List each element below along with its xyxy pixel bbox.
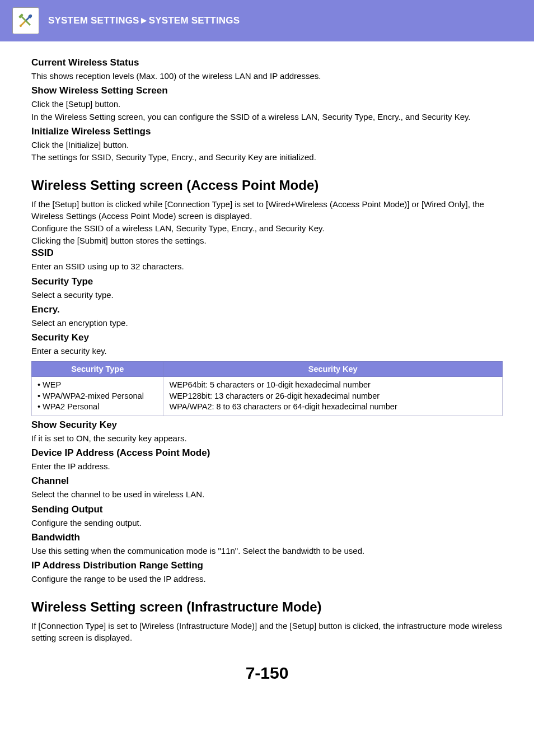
table-cell-keys: WEP64bit: 5 characters or 10-digit hexad…: [163, 377, 503, 416]
section-show-wireless-setting-screen: Show Wireless Setting Screen Click the […: [31, 85, 503, 123]
body-text: Clicking the [Submit] button stores the …: [31, 235, 503, 246]
table-row: • WEP • WPA/WPA2-mixed Personal • WPA2 P…: [32, 377, 503, 416]
table-cell-line: • WPA2 Personal: [38, 402, 157, 413]
body-text: Use this setting when the communication …: [31, 545, 503, 557]
table-cell-line: • WPA/WPA2-mixed Personal: [38, 391, 157, 402]
section-device-ip-address: Device IP Address (Access Point Mode) En…: [31, 447, 503, 472]
table-header-row: Security Type Security Key: [32, 362, 503, 377]
table-cell-line: WPA/WPA2: 8 to 63 characters or 64-digit…: [169, 402, 496, 413]
heading-bandwidth: Bandwidth: [31, 532, 503, 543]
section-ip-distribution: IP Address Distribution Range Setting Co…: [31, 560, 503, 585]
content-area: Current Wireless Status This shows recep…: [0, 41, 534, 707]
table-header-security-type: Security Type: [32, 362, 163, 377]
table-cell-line: WEP128bit: 13 characters or 26-digit hex…: [169, 391, 496, 402]
table-cell-line: • WEP: [38, 380, 157, 391]
body-text: Enter an SSID using up to 32 characters.: [31, 261, 503, 272]
section-bandwidth: Bandwidth Use this setting when the comm…: [31, 532, 503, 557]
heading-initialize-wireless-settings: Initialize Wireless Settings: [31, 126, 503, 137]
table-cell-line: WEP64bit: 5 characters or 10-digit hexad…: [169, 380, 496, 391]
section-current-wireless-status: Current Wireless Status This shows recep…: [31, 57, 503, 82]
body-text: This shows reception levels (Max. 100) o…: [31, 71, 503, 82]
heading-security-key: Security Key: [31, 332, 503, 343]
body-text: Select an encryption type.: [31, 318, 503, 329]
body-text: Configure the range to be used the IP ad…: [31, 573, 503, 585]
tools-icon: [12, 7, 39, 34]
section-initialize-wireless-settings: Initialize Wireless Settings Click the […: [31, 126, 503, 164]
heading-device-ip-address: Device IP Address (Access Point Mode): [31, 447, 503, 459]
heading-wireless-setting-infra-mode: Wireless Setting screen (Infrastructure …: [31, 599, 503, 615]
body-text: Click the [Initialize] button.: [31, 139, 503, 151]
body-text: Click the [Setup] button.: [31, 99, 503, 110]
section-encry: Encry. Select an encryption type.: [31, 304, 503, 329]
heading-current-wireless-status: Current Wireless Status: [31, 57, 503, 68]
header-bar: SYSTEM SETTINGS►SYSTEM SETTINGS: [0, 0, 534, 41]
section-show-security-key: Show Security Key If it is set to ON, th…: [31, 419, 503, 444]
body-text: The settings for SSID, Security Type, En…: [31, 152, 503, 163]
body-text: Select the channel to be used in wireles…: [31, 489, 503, 500]
section-ssid: SSID Enter an SSID using up to 32 charac…: [31, 248, 503, 272]
section-sending-output: Sending Output Configure the sending out…: [31, 504, 503, 529]
body-text: Configure the SSID of a wireless LAN, Se…: [31, 223, 503, 234]
table-cell-types: • WEP • WPA/WPA2-mixed Personal • WPA2 P…: [32, 377, 163, 416]
security-table: Security Type Security Key • WEP • WPA/W…: [31, 361, 503, 416]
body-text: In the Wireless Setting screen, you can …: [31, 111, 503, 123]
heading-ip-distribution: IP Address Distribution Range Setting: [31, 560, 503, 571]
page-number: 7-150: [31, 664, 503, 683]
body-text: If it is set to ON, the security key app…: [31, 433, 503, 444]
heading-encry: Encry.: [31, 304, 503, 315]
heading-show-security-key: Show Security Key: [31, 419, 503, 431]
body-text: Select a security type.: [31, 290, 503, 301]
heading-ssid: SSID: [31, 248, 503, 259]
section-security-type: Security Type Select a security type.: [31, 276, 503, 301]
heading-wireless-setting-ap-mode: Wireless Setting screen (Access Point Mo…: [31, 178, 503, 193]
breadcrumb: SYSTEM SETTINGS►SYSTEM SETTINGS: [48, 15, 240, 26]
table-header-security-key: Security Key: [163, 362, 503, 377]
body-text: If [Connection Type] is set to [Wireless…: [31, 620, 503, 643]
section-security-key: Security Key Enter a security key.: [31, 332, 503, 357]
heading-sending-output: Sending Output: [31, 504, 503, 515]
heading-show-wireless-setting-screen: Show Wireless Setting Screen: [31, 85, 503, 96]
body-text: Configure the sending output.: [31, 517, 503, 529]
body-text: Enter a security key.: [31, 346, 503, 357]
heading-security-type: Security Type: [31, 276, 503, 287]
heading-channel: Channel: [31, 475, 503, 487]
tools-icon-svg: [16, 11, 35, 30]
body-text: Enter the IP address.: [31, 461, 503, 472]
section-channel: Channel Select the channel to be used in…: [31, 475, 503, 500]
body-text: If the [Setup] button is clicked while […: [31, 199, 503, 222]
